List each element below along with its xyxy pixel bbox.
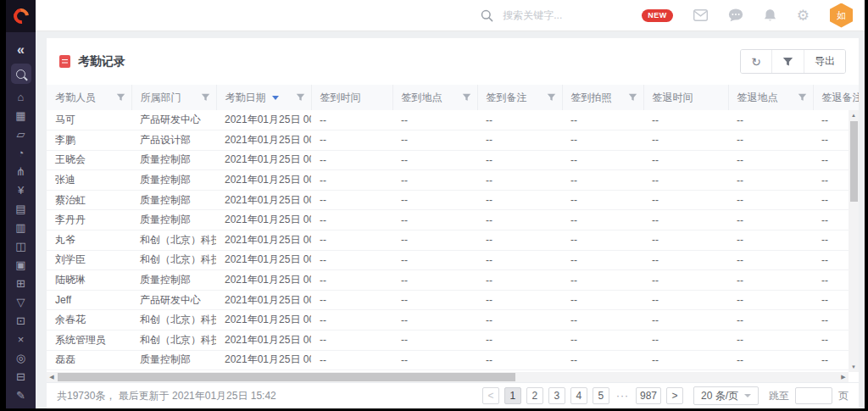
report-icon[interactable]: ▤ [6, 199, 36, 218]
column-header-9[interactable]: 签退地点 [728, 85, 813, 110]
vertical-scrollbar[interactable]: ▲ ▼ [849, 110, 859, 372]
table-row[interactable]: 蔡治虹质量控制部2021年01月25日 00:00-------------- [47, 190, 859, 210]
jump-page-input[interactable] [795, 387, 832, 404]
table-row[interactable]: 丸爷和创（北京）科技股份...2021年01月25日 00:00--------… [47, 230, 859, 251]
organization-icon[interactable]: ◫ [6, 236, 36, 255]
table-body: 马可产品研发中心2021年01月25日 00:00--------------李… [47, 110, 859, 370]
idcard-icon[interactable]: ▣ [6, 255, 36, 274]
filter-funnel-icon[interactable] [462, 93, 471, 102]
column-header-10[interactable]: 签退备注 [813, 85, 859, 110]
scroll-left-icon[interactable]: ◀ [47, 372, 57, 382]
home-icon[interactable]: ⌂ [6, 87, 36, 106]
search-icon[interactable] [11, 64, 31, 84]
table-row[interactable]: 李丹丹质量控制部2021年01月25日 00:00-------------- [47, 210, 859, 230]
refresh-button[interactable]: ↻ [741, 50, 771, 73]
document-icon[interactable]: ▥ [6, 218, 36, 236]
vertical-scroll-thumb[interactable] [850, 121, 858, 202]
sidebar-nav: «⌂▦▱◔⋔¥▤▥◫▣⊞▽⊡×◎⊟✎ [6, 32, 36, 404]
pagination-page-2[interactable]: 2 [526, 387, 543, 404]
cell: -- [728, 270, 813, 291]
filter-funnel-icon[interactable] [116, 93, 125, 102]
filter-funnel-icon[interactable] [547, 93, 556, 102]
column-header-4[interactable]: 签到时间 [311, 85, 392, 110]
table-row[interactable]: 系统管理员和创（北京）科技股份...2021年01月25日 00:00-----… [47, 330, 859, 351]
settings-gear-icon[interactable]: ⚙ [797, 8, 810, 23]
pagination-page-5[interactable]: 5 [593, 387, 609, 404]
calendar-icon[interactable]: ⊞ [6, 274, 36, 292]
title-row: 考勤记录 ↻ 导出 [47, 38, 859, 85]
schedule-icon[interactable]: ▦ [6, 106, 36, 125]
filter-funnel-icon[interactable] [628, 93, 637, 102]
table-row[interactable]: 张迪质量控制部2021年01月25日 00:00-------------- [47, 170, 859, 191]
scroll-right-icon[interactable]: ▶ [838, 372, 849, 382]
finance-icon[interactable]: ¥ [6, 181, 36, 199]
pagination-page-4[interactable]: 4 [570, 387, 587, 404]
cell: -- [392, 250, 477, 270]
horizontal-scrollbar[interactable]: ◀ ▶ [47, 372, 849, 382]
cell: 和创（北京）科技股份... [131, 230, 216, 251]
column-header-6[interactable]: 签到备注 [477, 85, 562, 110]
cell: -- [728, 290, 813, 310]
pagination-page-1[interactable]: 1 [504, 387, 521, 404]
table-row[interactable]: 磊磊质量控制部2021年01月25日 00:00-------------- [47, 350, 859, 370]
filter-button[interactable] [771, 50, 804, 73]
archive-icon[interactable]: ⊡ [6, 311, 36, 330]
cell: -- [728, 170, 813, 191]
export-button[interactable]: 导出 [804, 50, 845, 73]
cell: -- [562, 210, 643, 230]
cell: 产品研发中心 [131, 110, 216, 131]
table-row[interactable]: 陆晓琳质量控制部2021年01月25日 00:00-------------- [47, 270, 859, 291]
cell: 质量控制部 [131, 190, 216, 210]
horizontal-scroll-thumb[interactable] [58, 373, 515, 381]
sort-desc-icon[interactable] [272, 96, 279, 100]
search-input[interactable] [501, 8, 627, 22]
scroll-down-icon[interactable]: ▼ [849, 362, 859, 372]
topbar: NEW ⚙ 如 [36, 0, 865, 31]
pagination-prev-button[interactable]: < [482, 387, 499, 404]
table-row[interactable]: 王晓会质量控制部2021年01月25日 00:00-------------- [47, 150, 859, 170]
search-icon[interactable] [481, 9, 493, 22]
column-header-1[interactable]: 考勤人员 [47, 85, 131, 110]
pagination-page-987[interactable]: 987 [636, 387, 661, 404]
collapse-sidebar-icon[interactable]: « [6, 39, 36, 61]
page-title-label: 考勤记录 [78, 54, 125, 69]
share-icon[interactable]: ⋔ [6, 162, 36, 181]
column-header-3[interactable]: 考勤日期 [216, 85, 311, 110]
page-size-label: 20 条/页 [701, 389, 738, 403]
filter-funnel-icon[interactable] [798, 93, 807, 102]
scroll-up-icon[interactable]: ▲ [849, 110, 859, 120]
column-header-2[interactable]: 所属部门 [131, 85, 216, 110]
table-row[interactable]: 余春花和创（北京）科技股份...2021年01月25日 00:00-------… [47, 310, 859, 330]
table-row[interactable]: 李鹏产品设计部2021年01月25日 00:00-------------- [47, 131, 859, 151]
target-icon[interactable]: ◎ [6, 348, 36, 367]
column-header-7[interactable]: 签到拍照 [562, 85, 643, 110]
pagination-page-3[interactable]: 3 [548, 387, 565, 404]
bell-icon[interactable] [764, 8, 776, 22]
page-size-select[interactable]: 20 条/页 [693, 386, 759, 405]
filter-funnel-icon[interactable] [201, 93, 210, 102]
new-badge[interactable]: NEW [642, 9, 673, 22]
cell: -- [643, 350, 728, 370]
pagination-ellipsis[interactable]: ··· [615, 390, 631, 402]
column-header-8[interactable]: 签退时间 [643, 85, 728, 110]
approval-flow-icon[interactable]: ▱ [6, 125, 36, 143]
filter-funnel-icon[interactable] [296, 93, 305, 102]
clipboard-icon[interactable]: ✎ [6, 386, 36, 404]
table-row[interactable]: 马可产品研发中心2021年01月25日 00:00-------------- [47, 110, 859, 131]
mail-icon[interactable] [693, 9, 708, 21]
column-label: 所属部门 [141, 92, 181, 103]
app-logo-icon[interactable] [10, 5, 31, 26]
table-row[interactable]: Jeff产品研发中心2021年01月25日 00:00-------------… [47, 290, 859, 310]
filter-icon[interactable]: ▽ [6, 292, 36, 311]
chat-icon[interactable] [728, 8, 743, 22]
column-label: 考勤日期 [225, 92, 266, 103]
close-tools-icon[interactable]: × [6, 330, 36, 348]
table-row[interactable]: 刘学臣和创（北京）科技股份...2021年01月25日 00:00-------… [47, 250, 859, 270]
column-header-5[interactable]: 签到地点 [392, 85, 477, 110]
layers-icon[interactable]: ⊟ [6, 367, 36, 386]
table-area: 考勤人员所属部门考勤日期签到时间签到地点签到备注签到拍照签退时间签退地点签退备注… [47, 85, 859, 382]
attendance-clock-icon[interactable]: ◔ [6, 143, 36, 162]
pagination-next-button[interactable]: > [666, 387, 683, 404]
cell: 2021年01月25日 00:00 [216, 310, 311, 330]
user-avatar[interactable]: 如 [830, 3, 853, 28]
